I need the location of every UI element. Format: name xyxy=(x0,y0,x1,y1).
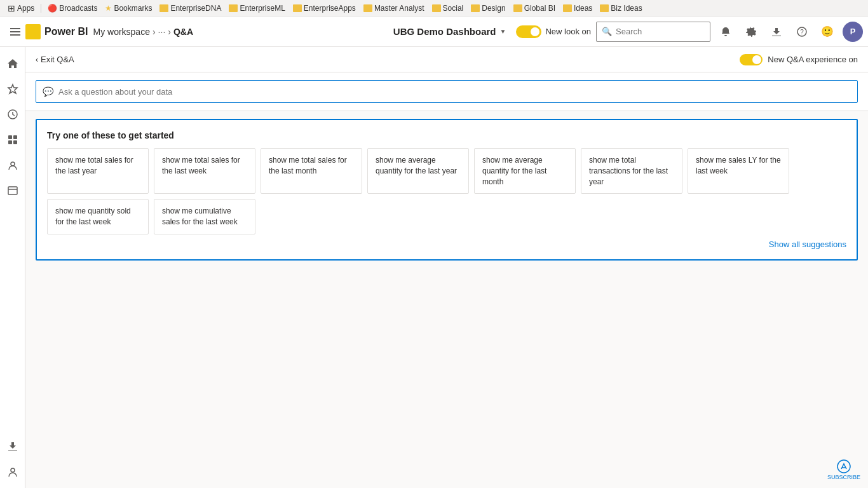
download-button[interactable] xyxy=(766,22,787,42)
breadcrumb-current: Q&A xyxy=(173,27,193,37)
svg-rect-3 xyxy=(28,32,31,37)
chevron-down-icon: ▼ xyxy=(500,28,506,35)
suggestion-card[interactable]: show me sales LY for the last week xyxy=(688,148,789,194)
design-label: Design xyxy=(482,4,505,13)
settings-button[interactable] xyxy=(741,22,761,42)
bookmarks-apps[interactable]: ⊞ Apps xyxy=(5,3,37,13)
sidebar-home[interactable] xyxy=(1,52,24,75)
broadcasts-label: Broadcasts xyxy=(59,4,97,13)
svg-rect-0 xyxy=(10,28,20,29)
search-input[interactable] xyxy=(616,27,705,36)
qna-input-box[interactable]: 💬 xyxy=(36,80,858,103)
suggestion-card[interactable]: show me total transactions for the last … xyxy=(581,148,682,194)
watermark: SUBSCRIBE xyxy=(827,459,860,480)
notification-button[interactable] xyxy=(715,22,736,42)
sidebar-bottom xyxy=(1,435,24,488)
exit-qna-label: Exit Q&A xyxy=(41,55,74,64)
svg-rect-13 xyxy=(13,140,17,144)
folder-icon xyxy=(563,4,572,12)
social-label: Social xyxy=(443,4,464,13)
suggestion-card[interactable]: show me total sales for the last week xyxy=(154,148,255,194)
enterprisedna-label: EnterpriseDNA xyxy=(170,4,221,13)
enterpriseapps-label: EnterpriseApps xyxy=(304,4,356,13)
svg-rect-2 xyxy=(10,34,20,36)
header-right: New look on 🔍 ? xyxy=(516,22,863,42)
bookmarks-design[interactable]: Design xyxy=(468,4,508,13)
suggestions-panel: Try one of these to get started show me … xyxy=(36,119,858,261)
main-content: ‹ Exit Q&A New Q&A experience on 💬 Try o… xyxy=(25,47,868,488)
bookmarks-enterprisedna[interactable]: EnterpriseDNA xyxy=(157,4,224,13)
svg-text:?: ? xyxy=(800,29,804,36)
bookmarks-bookmarks[interactable]: ★ Bookmarks xyxy=(102,4,154,13)
svg-point-17 xyxy=(11,468,15,472)
bookmarks-masteranalyst[interactable]: Master Analyst xyxy=(361,4,427,13)
ideas-label: Ideas xyxy=(574,4,592,13)
folder-icon xyxy=(471,4,480,12)
emoji-button[interactable]: 🙂 xyxy=(817,22,837,42)
breadcrumb-more[interactable]: ··· xyxy=(158,27,166,37)
suggestion-card[interactable]: show me average quantity for the last ye… xyxy=(367,148,469,194)
dashboard-title-text: UBG Demo Dashboard xyxy=(393,26,496,37)
bookmarks-social[interactable]: Social xyxy=(430,4,466,13)
bookmarks-globalbi[interactable]: Global BI xyxy=(511,4,558,13)
show-all-suggestions-button[interactable]: Show all suggestions xyxy=(47,240,846,249)
globalbi-label: Global BI xyxy=(524,4,555,13)
new-look-label: New look on xyxy=(545,27,591,36)
new-qna-label: New Q&A experience on xyxy=(768,55,858,64)
folder-icon xyxy=(229,4,238,12)
folder-icon xyxy=(159,4,168,12)
suggestion-card[interactable]: show me quantity sold for the last week xyxy=(47,199,149,234)
folder-icon xyxy=(600,4,609,12)
masteranalyst-label: Master Analyst xyxy=(374,4,424,13)
svg-rect-15 xyxy=(8,187,17,194)
app-title: Power BI xyxy=(44,26,88,37)
new-look-toggle[interactable] xyxy=(516,25,541,38)
sidebar-profile[interactable] xyxy=(1,460,24,483)
suggestion-card[interactable]: show me average quantity for the last mo… xyxy=(474,148,576,194)
new-qna-toggle-wrapper[interactable]: New Q&A experience on xyxy=(740,54,858,65)
bizideas-label: Biz Ideas xyxy=(611,4,642,13)
watermark-text: SUBSCRIBE xyxy=(827,474,860,480)
svg-rect-5 xyxy=(36,27,38,37)
sidebar-recent[interactable] xyxy=(1,103,24,126)
dashboard-title[interactable]: UBG Demo Dashboard ▼ xyxy=(393,26,506,37)
bookmarks-enterpriseapps[interactable]: EnterpriseApps xyxy=(290,4,358,13)
exit-qna-button[interactable]: ‹ Exit Q&A xyxy=(36,55,74,64)
bookmarks-enterpriseml[interactable]: EnterpriseML xyxy=(226,4,287,13)
qna-text-input[interactable] xyxy=(58,87,851,97)
new-qna-toggle[interactable] xyxy=(740,54,763,65)
breadcrumb-separator-2: › xyxy=(168,27,171,37)
sidebar-shared[interactable] xyxy=(1,154,24,177)
suggestion-card[interactable]: show me total sales for the last month xyxy=(261,148,362,194)
bookmarks-bar: ⊞ Apps 🔴 Broadcasts ★ Bookmarks Enterpri… xyxy=(0,0,868,17)
sidebar-apps[interactable] xyxy=(1,128,24,151)
back-arrow-icon: ‹ xyxy=(36,55,38,64)
suggestion-card[interactable]: show me cumulative sales for the last we… xyxy=(154,199,255,234)
bookmarks-label: Bookmarks xyxy=(114,4,152,13)
sidebar-favorites[interactable] xyxy=(1,78,24,100)
enterpriseml-label: EnterpriseML xyxy=(240,4,285,13)
layout: ‹ Exit Q&A New Q&A experience on 💬 Try o… xyxy=(0,47,868,488)
avatar[interactable]: P xyxy=(843,22,863,42)
bookmarks-bizideas[interactable]: Biz Ideas xyxy=(597,4,644,13)
svg-point-14 xyxy=(11,162,15,166)
bookmarks-broadcasts[interactable]: 🔴 Broadcasts xyxy=(45,4,100,13)
folder-icon xyxy=(432,4,441,12)
bookmarks-ideas[interactable]: Ideas xyxy=(560,4,595,13)
sidebar-workspaces[interactable] xyxy=(1,179,24,202)
new-look-toggle-wrapper[interactable]: New look on xyxy=(516,25,591,38)
suggestion-card[interactable]: show me total sales for the last year xyxy=(47,148,149,194)
svg-marker-8 xyxy=(8,85,17,93)
watermark-icon xyxy=(836,459,851,474)
breadcrumb-workspace[interactable]: My workspace xyxy=(93,27,149,37)
sidebar-download[interactable] xyxy=(1,435,24,458)
svg-rect-10 xyxy=(8,135,12,139)
hamburger-menu-button[interactable] xyxy=(5,22,25,42)
qna-input-area: 💬 xyxy=(25,72,868,111)
help-button[interactable]: ? xyxy=(792,22,812,42)
qna-chat-icon: 💬 xyxy=(43,86,53,97)
search-box[interactable]: 🔍 xyxy=(596,22,710,42)
power-bi-logo[interactable]: Power BI xyxy=(25,24,88,39)
search-icon: 🔍 xyxy=(602,27,612,36)
broadcast-icon: 🔴 xyxy=(48,4,57,13)
